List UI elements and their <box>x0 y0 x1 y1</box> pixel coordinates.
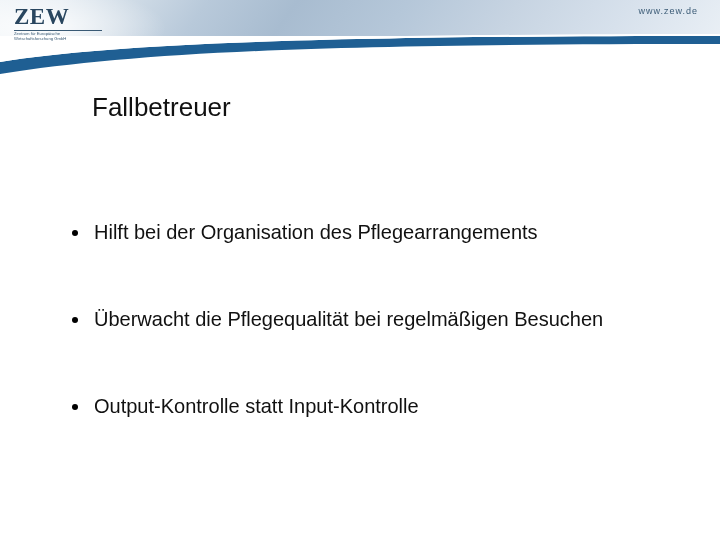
logo-subtitle: Zentrum für Europäische Wirtschaftsforsc… <box>14 32 124 42</box>
bullet-item: Hilft bei der Organisation des Pflegearr… <box>72 220 680 245</box>
slide-title: Fallbetreuer <box>92 92 231 123</box>
bullet-text: Hilft bei der Organisation des Pflegearr… <box>94 220 538 245</box>
bullet-text: Output-Kontrolle statt Input-Kontrolle <box>94 394 419 419</box>
zew-logo: ZEW Zentrum für Europäische Wirtschaftsf… <box>14 5 124 50</box>
header-url: www.zew.de <box>638 6 698 16</box>
bullet-item: Überwacht die Pflegequalität bei regelmä… <box>72 307 680 332</box>
bullet-dot-icon <box>72 230 78 236</box>
bullet-dot-icon <box>72 317 78 323</box>
logo-text: ZEW <box>14 5 124 28</box>
bullet-list: Hilft bei der Organisation des Pflegearr… <box>72 220 680 481</box>
slide-header: ZEW Zentrum für Europäische Wirtschaftsf… <box>0 0 720 78</box>
bullet-item: Output-Kontrolle statt Input-Kontrolle <box>72 394 680 419</box>
bullet-text: Überwacht die Pflegequalität bei regelmä… <box>94 307 603 332</box>
slide: ZEW Zentrum für Europäische Wirtschaftsf… <box>0 0 720 540</box>
bullet-dot-icon <box>72 404 78 410</box>
